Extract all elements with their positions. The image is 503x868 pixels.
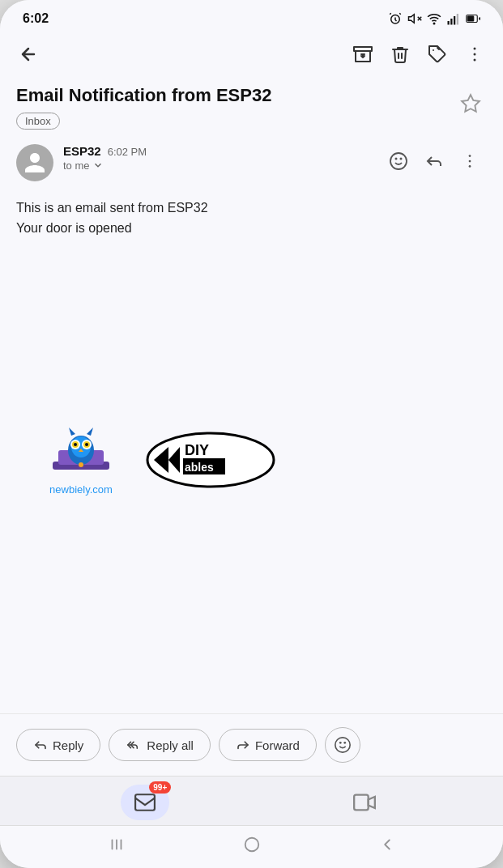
mail-nav-button[interactable]: 99+ [121, 785, 169, 820]
star-button[interactable] [454, 87, 487, 120]
reply-all-button[interactable]: Reply all [109, 729, 211, 761]
svg-rect-47 [135, 794, 155, 811]
svg-point-17 [390, 153, 407, 169]
svg-marker-34 [69, 428, 75, 436]
mute-icon [407, 11, 422, 26]
app-bar-actions [346, 37, 492, 71]
reply-arrow-icon [33, 738, 48, 752]
email-header: Email Notification from ESP32 Inbox [0, 78, 503, 133]
svg-rect-7 [457, 14, 458, 25]
forward-arrow-icon [236, 738, 250, 752]
svg-marker-49 [368, 797, 374, 808]
signal-icon [446, 11, 461, 26]
sender-info: ESP32 6:02 PM to me [63, 144, 372, 172]
more-button[interactable] [458, 37, 492, 71]
home-nav-button[interactable] [243, 836, 261, 853]
email-body-text: This is an email sent from ESP32 Your do… [16, 198, 487, 239]
reply-bar: Reply Reply all Forward [0, 713, 503, 776]
svg-point-44 [335, 738, 350, 752]
reply-all-label: Reply all [147, 738, 194, 752]
svg-point-15 [474, 59, 476, 62]
delete-button[interactable] [383, 37, 417, 71]
email-title: Email Notification from ESP32 [16, 84, 454, 108]
emoji-add-button[interactable] [325, 727, 360, 763]
sender-to-row[interactable]: to me [63, 160, 372, 172]
svg-rect-10 [354, 47, 372, 51]
back-button[interactable] [11, 37, 45, 71]
phone-frame: 6:02 [0, 0, 503, 868]
archive-button[interactable] [346, 37, 380, 71]
email-title-area: Email Notification from ESP32 Inbox [16, 84, 454, 130]
svg-marker-16 [462, 95, 480, 112]
svg-point-36 [79, 462, 83, 467]
svg-point-20 [469, 155, 471, 157]
body-spacer [0, 512, 503, 713]
status-time: 6:02 [23, 11, 49, 26]
sender-row: ESP32 6:02 PM to me [0, 133, 503, 189]
svg-point-14 [474, 53, 476, 56]
app-bar [0, 31, 503, 78]
svg-point-3 [433, 23, 435, 24]
sender-to-label: to me [63, 160, 90, 172]
owl-svg [49, 428, 113, 480]
status-icons [388, 11, 480, 26]
reply-icon-button[interactable] [417, 144, 451, 178]
sender-name: ESP32 [63, 144, 101, 158]
alarm-icon [388, 11, 403, 26]
recents-nav-button[interactable] [108, 836, 126, 853]
sender-actions [382, 144, 487, 178]
svg-point-53 [245, 838, 258, 852]
back-icon [378, 836, 396, 853]
svg-rect-5 [450, 19, 452, 25]
system-nav [0, 826, 503, 868]
reply-button[interactable]: Reply [16, 729, 100, 761]
svg-point-21 [469, 160, 471, 162]
svg-point-31 [74, 443, 77, 446]
email-line2: Your door is opened [16, 221, 132, 235]
svg-rect-4 [448, 21, 450, 25]
diyables-logo-container: DIY ables ables [146, 431, 275, 492]
bottom-nav: 99+ [0, 776, 503, 825]
avatar [16, 144, 53, 181]
svg-rect-48 [354, 795, 369, 811]
svg-text:ables: ables [185, 461, 214, 474]
logos-area: newbiely.com DIY ables ables [0, 411, 503, 512]
svg-rect-6 [454, 16, 455, 25]
mail-badge: 99+ [149, 781, 171, 794]
back-nav-button[interactable] [378, 836, 396, 853]
svg-marker-35 [87, 428, 93, 436]
newbiely-logo: newbiely.com [49, 428, 113, 496]
emoji-icon [334, 736, 352, 754]
video-nav-button[interactable] [347, 785, 382, 820]
battery-icon [466, 11, 480, 26]
newbiely-text: newbiely.com [49, 483, 113, 496]
svg-point-32 [85, 443, 88, 446]
diyables-svg: DIY ables ables [146, 431, 275, 489]
email-more-button[interactable] [453, 144, 487, 178]
email-line1: This is an email sent from ESP32 [16, 201, 208, 215]
forward-label: Forward [255, 738, 300, 752]
inbox-badge: Inbox [16, 113, 60, 130]
svg-text:DIY: DIY [185, 442, 209, 458]
sender-name-row: ESP32 6:02 PM [63, 144, 372, 158]
home-icon [243, 836, 261, 853]
wifi-icon [427, 11, 441, 26]
emoji-reaction-button[interactable] [382, 144, 416, 178]
reply-all-arrow-icon [126, 738, 142, 752]
mail-icon [134, 794, 156, 811]
forward-button[interactable]: Forward [219, 729, 317, 761]
label-button[interactable] [420, 37, 454, 71]
video-icon [353, 794, 376, 811]
svg-rect-9 [467, 16, 474, 21]
status-bar: 6:02 [0, 0, 503, 31]
svg-point-22 [469, 165, 471, 168]
email-body: This is an email sent from ESP32 Your do… [0, 189, 503, 412]
reply-label: Reply [53, 738, 83, 752]
recents-icon [108, 836, 126, 853]
svg-point-13 [474, 48, 476, 50]
sender-time: 6:02 PM [108, 146, 147, 158]
